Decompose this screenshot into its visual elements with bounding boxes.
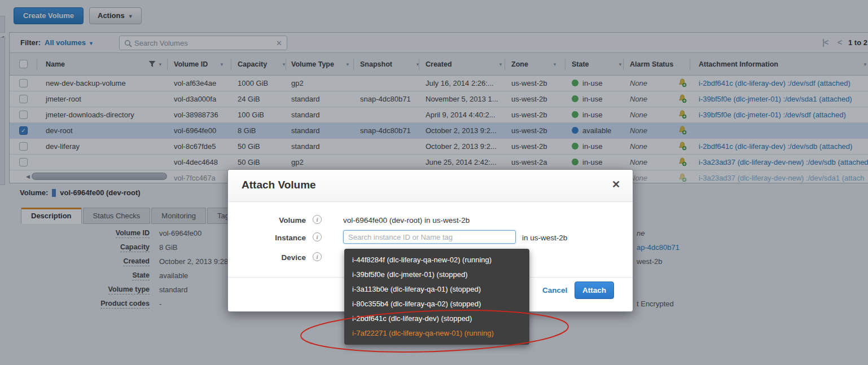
instance-option[interactable]: i-80c355b4 (dlc-liferay-qa-02) (stopped) — [344, 297, 529, 311]
instance-option[interactable]: i-3a113b0e (dlc-liferay-qa-01) (stopped) — [344, 282, 529, 297]
instance-suggestions-dropdown: i-44f8284f (dlc-liferay-qa-new-02) (runn… — [344, 249, 529, 345]
instance-search-input[interactable] — [343, 230, 516, 244]
instance-option[interactable]: i-2bdf641c (dlc-liferay-dev) (stopped) — [344, 311, 529, 326]
instance-option[interactable]: i-39bf5f0e (dlc-jmeter-01) (stopped) — [344, 267, 529, 282]
instance-option[interactable]: i-44f8284f (dlc-liferay-qa-new-02) (runn… — [344, 253, 529, 267]
volume-field-value: vol-6964fe00 (dev-root) in us-west-2b — [343, 216, 470, 225]
instance-field-label: Instance — [244, 234, 306, 242]
info-icon[interactable]: i — [313, 215, 322, 224]
close-icon[interactable]: ✕ — [612, 178, 620, 191]
modal-header: Attach Volume ✕ — [228, 170, 633, 202]
modal-title: Attach Volume — [242, 179, 316, 191]
device-field-label: Device — [244, 253, 306, 262]
info-icon[interactable]: i — [313, 252, 322, 261]
instance-option[interactable]: i-7af22271 (dlc-liferay-qa-new-01) (runn… — [344, 326, 529, 341]
attach-button[interactable]: Attach — [575, 282, 614, 299]
instance-zone-suffix: in us-west-2b — [522, 234, 567, 242]
cancel-button[interactable]: Cancel — [542, 286, 567, 294]
info-icon[interactable]: i — [313, 232, 322, 241]
volume-field-label: Volume — [244, 216, 306, 225]
